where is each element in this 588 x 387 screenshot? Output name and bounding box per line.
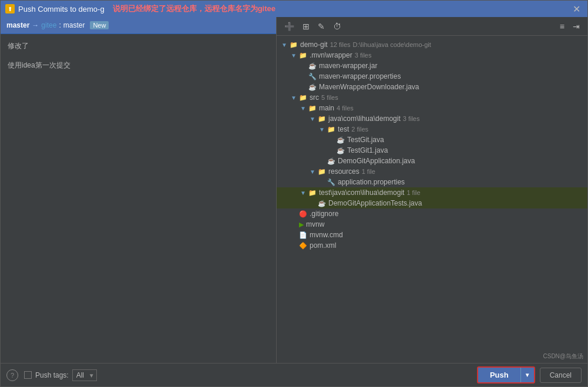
align-button[interactable]: ≡ bbox=[557, 20, 567, 33]
tree-item-mvnw-cmd[interactable]: 📄 mvnw.cmd bbox=[277, 230, 587, 240]
main-content: master → gitee : master New 修改了 使用idea第一… bbox=[1, 17, 587, 363]
tree-item-app-props[interactable]: 🔧 application.properties bbox=[277, 177, 587, 187]
tree-item-demogit-app[interactable]: ☕ DemoGitApplication.java bbox=[277, 156, 587, 166]
title-bar-left: ⬆ Push Commits to demo-g 说明已经绑定了远程仓库，远程仓… bbox=[5, 4, 275, 14]
root-count: 12 files bbox=[330, 41, 351, 48]
tree-item-resources[interactable]: ▼ 📁 resources 1 file bbox=[277, 166, 587, 177]
tree-item-maven-downloader[interactable]: ☕ MavenWrapperDownloader.java bbox=[277, 82, 587, 92]
tree-item-main[interactable]: ▼ 📁 main 4 files bbox=[277, 103, 587, 113]
commit-item[interactable]: 使用idea第一次提交 bbox=[1, 56, 276, 75]
app-icon: ⬆ bbox=[5, 4, 15, 14]
tree-item-src[interactable]: ▼ 📁 src 5 files bbox=[277, 92, 587, 103]
title-bar: ⬆ Push Commits to demo-g 说明已经绑定了远程仓库，远程仓… bbox=[1, 1, 587, 17]
branch-remote: gitee bbox=[41, 21, 56, 29]
add-button[interactable]: ➕ bbox=[281, 20, 297, 33]
close-button[interactable]: ✕ bbox=[570, 4, 583, 15]
push-tags-section: Push tags: All ▼ bbox=[24, 369, 97, 381]
window-title: Push Commits to demo-g bbox=[18, 5, 105, 14]
annotation-text: 说明已经绑定了远程仓库，远程仓库名字为gitee bbox=[113, 4, 275, 14]
watermark: CSDN@鸟鱼汤 bbox=[543, 352, 584, 361]
tree-item-test-java-package[interactable]: ▼ 📁 test\java\com\lihua\demogit 1 file bbox=[277, 187, 587, 198]
tree-item-testgit[interactable]: ☕ TestGit.java bbox=[277, 134, 587, 145]
tree-root[interactable]: ▼ 📁 demo-git 12 files D:\lihua\java code… bbox=[277, 39, 587, 50]
bottom-right-actions: Push ▼ Cancel bbox=[477, 366, 582, 383]
file-tree: ▼ 📁 demo-git 12 files D:\lihua\java code… bbox=[277, 36, 587, 363]
push-button-group: Push ▼ bbox=[477, 366, 535, 383]
commit-item[interactable]: 修改了 bbox=[1, 36, 276, 56]
right-toolbar: ➕ ⊞ ✎ ⏱ ≡ ⇥ bbox=[277, 17, 587, 36]
branch-badge: New bbox=[89, 21, 109, 30]
commit-list: 修改了 使用idea第一次提交 bbox=[1, 34, 276, 363]
right-panel: ➕ ⊞ ✎ ⏱ ≡ ⇥ ▼ 📁 demo-git 12 files D:\lih… bbox=[277, 17, 587, 363]
push-tags-checkbox[interactable] bbox=[24, 371, 32, 379]
commit-message: 使用idea第一次提交 bbox=[8, 61, 70, 69]
tree-item-maven-wrapper-jar[interactable]: ☕ maven-wrapper.jar bbox=[277, 60, 587, 71]
collapse-button[interactable]: ⇥ bbox=[570, 20, 583, 33]
push-commits-dialog: ⬆ Push Commits to demo-g 说明已经绑定了远程仓库，远程仓… bbox=[0, 0, 588, 387]
edit-button[interactable]: ✎ bbox=[315, 20, 328, 33]
grid-button[interactable]: ⊞ bbox=[300, 20, 313, 33]
push-button[interactable]: Push bbox=[478, 368, 520, 382]
root-name: demo-git bbox=[300, 41, 328, 49]
tree-item-java-package[interactable]: ▼ 📁 java\com\lihua\demogit 3 files bbox=[277, 113, 587, 124]
branch-row: master → gitee : master New bbox=[1, 17, 276, 34]
push-dropdown-button[interactable]: ▼ bbox=[520, 368, 534, 382]
branch-separator: : bbox=[59, 21, 61, 29]
commit-message: 修改了 bbox=[8, 42, 29, 50]
tree-item-maven-wrapper-props[interactable]: 🔧 maven-wrapper.properties bbox=[277, 71, 587, 82]
root-path: D:\lihua\java code\demo-git bbox=[353, 41, 431, 48]
tags-select[interactable]: All bbox=[72, 369, 97, 381]
branch-from: master bbox=[6, 21, 29, 29]
push-tags-label: Push tags: bbox=[35, 371, 69, 379]
branch-to: master bbox=[63, 21, 85, 29]
tags-select-wrapper: All ▼ bbox=[72, 369, 97, 381]
cancel-button[interactable]: Cancel bbox=[540, 368, 582, 383]
tree-item-testgit1[interactable]: ☕ TestGit1.java bbox=[277, 145, 587, 156]
tree-item-demogit-tests[interactable]: ☕ DemoGitApplicationTests.java bbox=[277, 198, 587, 208]
tree-item-pom-xml[interactable]: 🔶 pom.xml bbox=[277, 240, 587, 251]
help-button[interactable]: ? bbox=[6, 369, 18, 381]
tree-item-mvn-wrapper[interactable]: ▼ 📁 .mvn\wrapper 3 files bbox=[277, 50, 587, 60]
tree-item-gitignore[interactable]: 🔴 .gitignore bbox=[277, 208, 587, 219]
bottom-bar: ? Push tags: All ▼ Push ▼ Cancel bbox=[1, 363, 587, 386]
left-panel: master → gitee : master New 修改了 使用idea第一… bbox=[1, 17, 277, 363]
branch-arrow: → bbox=[32, 21, 39, 29]
history-button[interactable]: ⏱ bbox=[330, 20, 344, 33]
tree-item-test-src[interactable]: ▼ 📁 test 2 files bbox=[277, 124, 587, 134]
tree-item-mvnw[interactable]: ▶ mvnw bbox=[277, 219, 587, 230]
